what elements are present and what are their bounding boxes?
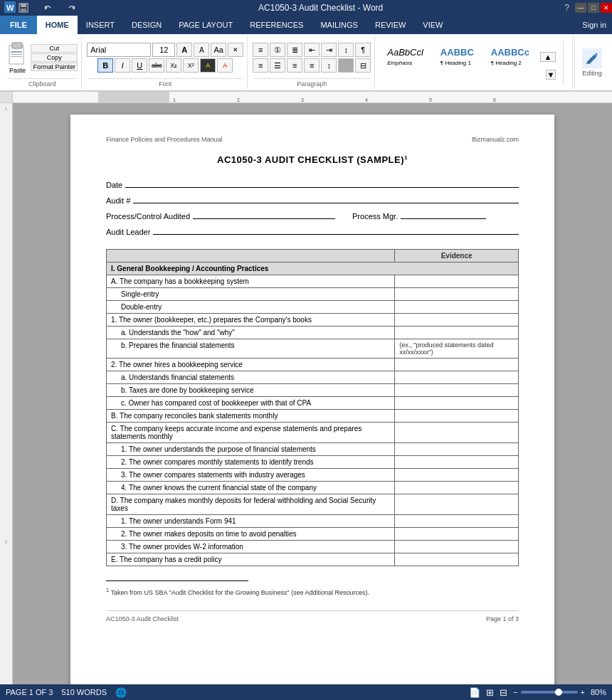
decrease-indent-button[interactable]: ⇤	[304, 43, 320, 57]
table-row: 4. The owner knows the current financial…	[107, 482, 519, 494]
format-painter-button[interactable]: Format Painter	[31, 63, 78, 71]
redo-icon[interactable]	[67, 3, 77, 13]
table-row: 2. The owner compares monthly statements…	[107, 456, 519, 469]
show-hide-button[interactable]: ¶	[355, 43, 371, 57]
clear-format-button[interactable]: ✕	[228, 43, 243, 57]
align-center-button[interactable]: ☰	[270, 58, 285, 73]
emphasis-preview: AaBbCcl	[387, 47, 423, 58]
underline-button[interactable]: U	[132, 58, 147, 73]
doc-header: Finance Policies and Procedures Manual B…	[106, 136, 519, 143]
styles-row: AaBbCcl Emphasis AABBC ¶ Heading 1 AABBC…	[381, 45, 556, 68]
table-row: A. The company has a bookkeeping system	[107, 275, 519, 288]
table-header-row: Evidence	[107, 250, 519, 262]
font-color-button[interactable]: A	[217, 58, 233, 73]
tab-file[interactable]: FILE	[0, 16, 37, 34]
doc-container[interactable]: Finance Policies and Procedures Manual B…	[13, 103, 612, 700]
bold-button[interactable]: B	[97, 58, 113, 73]
footnote-text: Taken from US SBA "Audit Checklist for t…	[111, 589, 370, 596]
copy-button[interactable]: Copy	[31, 53, 78, 62]
style-emphasis[interactable]: AaBbCcl Emphasis	[381, 45, 430, 68]
table-row: 1. The owner (bookkeeper, etc.) prepares…	[107, 314, 519, 327]
font-row2: B I U abc X₂ X² A A	[97, 58, 233, 73]
main-area: 1 2 Finance Policies and Procedures Manu…	[0, 103, 612, 700]
h2-label: ¶ Heading 2	[491, 60, 522, 66]
paragraph-group: ≡ ① ≣ ⇤ ⇥ ↕ ¶ ≡ ☰ ≡ ≡ ↕ ⊟ Pa	[249, 36, 375, 89]
maximize-btn[interactable]: □	[588, 3, 599, 13]
tab-insert[interactable]: INSERT	[78, 16, 123, 34]
text-highlight-button[interactable]: A	[200, 58, 216, 73]
zoom-minus[interactable]: −	[513, 688, 517, 696]
tab-references[interactable]: REFERENCES	[241, 16, 312, 34]
styles-items: AaBbCcl Emphasis AABBC ¶ Heading 1 AABBC…	[381, 45, 556, 80]
status-bar: PAGE 1 OF 3 510 WORDS 🌐 📄 ⊞ ⊟ − + 80%	[0, 684, 612, 700]
editing-label: Editing	[582, 70, 602, 77]
save-icon[interactable]	[19, 3, 28, 13]
font-shrink-button[interactable]: A	[194, 43, 209, 57]
field-leader: Audit Leader	[106, 225, 519, 236]
align-left-button[interactable]: ≡	[253, 58, 268, 73]
app-icon: W	[0, 1, 16, 15]
italic-button[interactable]: I	[115, 58, 130, 73]
title-bar: W AC1050-3 Audit Checklist - Word ? — □ …	[0, 0, 612, 16]
line-spacing-button[interactable]: ↕	[321, 58, 337, 73]
font-group: A A Aa ✕ B I U abc X₂ X² A A Font	[83, 36, 248, 89]
align-right-button[interactable]: ≡	[287, 58, 302, 73]
zoom-slider[interactable]: − +	[513, 688, 585, 696]
layout-icon-3[interactable]: ⊟	[500, 687, 507, 698]
border-button[interactable]: ⊟	[355, 58, 371, 73]
signin-button[interactable]: Sign in	[576, 16, 612, 34]
font-controls: A A Aa ✕ B I U abc X₂ X² A A	[87, 37, 243, 78]
superscript-button[interactable]: X²	[183, 58, 199, 73]
left-sidebar: 1 2	[0, 103, 13, 700]
table-row: 1. The owner understands Form 941	[107, 515, 519, 528]
tab-view[interactable]: VIEW	[414, 16, 451, 34]
cut-button[interactable]: Cut	[31, 44, 78, 53]
table-row: Single-entry	[107, 288, 519, 301]
bullets-button[interactable]: ≡	[253, 43, 268, 57]
editing-badge: Editing	[574, 36, 609, 89]
paragraph-row2: ≡ ☰ ≡ ≡ ↕ ⊟	[253, 58, 371, 73]
sort-button[interactable]: ↕	[338, 43, 354, 57]
styles-scroll-up[interactable]: ▲	[540, 52, 556, 62]
shading-button[interactable]	[338, 58, 354, 73]
field-audit: Audit #	[106, 193, 519, 205]
style-heading2[interactable]: AABBCc ¶ Heading 2	[485, 45, 536, 68]
styles-scroll-down[interactable]: ▼	[546, 70, 556, 80]
help-icon[interactable]: ?	[564, 3, 569, 13]
page-1-marker: 1	[5, 106, 8, 111]
tab-page-layout[interactable]: PAGE LAYOUT	[170, 16, 241, 34]
font-name-input[interactable]	[87, 43, 151, 57]
ruler-inner: 1 2 3 4 5 6	[98, 92, 612, 102]
increase-indent-button[interactable]: ⇥	[321, 43, 337, 57]
tab-design[interactable]: DESIGN	[123, 16, 170, 34]
h1-label: ¶ Heading 1	[440, 60, 471, 66]
tab-mailings[interactable]: MAILINGS	[312, 16, 366, 34]
strikethrough-button[interactable]: abc	[149, 58, 164, 73]
style-heading1[interactable]: AABBC ¶ Heading 1	[434, 45, 480, 68]
paste-button[interactable]: Paste	[6, 41, 28, 74]
minimize-btn[interactable]: —	[575, 3, 586, 13]
layout-icon-2[interactable]: ⊞	[486, 687, 494, 698]
multilevel-list-button[interactable]: ≣	[287, 43, 302, 57]
undo-icon[interactable]	[43, 3, 53, 13]
font-size-input[interactable]	[152, 43, 175, 57]
font-grow-button[interactable]: A	[176, 43, 192, 57]
svg-rect-3	[21, 4, 26, 7]
zoom-percent: 80%	[591, 688, 606, 696]
close-btn[interactable]: ✕	[601, 3, 612, 13]
justify-button[interactable]: ≡	[304, 58, 320, 73]
tab-home[interactable]: HOME	[37, 16, 78, 34]
clipboard-label: Clipboard	[7, 78, 77, 88]
h1-preview: AABBC	[440, 47, 474, 58]
h2-preview: AABBCc	[491, 47, 529, 58]
table-row: b. Taxes are done by bookkeeping service	[107, 384, 519, 397]
zoom-plus[interactable]: +	[581, 688, 585, 696]
paste-icon	[6, 41, 28, 67]
numbering-button[interactable]: ①	[270, 43, 285, 57]
layout-icon-1[interactable]: 📄	[469, 687, 480, 698]
font-case-button[interactable]: Aa	[211, 43, 226, 57]
language-icon[interactable]: 🌐	[115, 687, 127, 698]
tab-review[interactable]: REVIEW	[366, 16, 414, 34]
table-body: I. General Bookkeeping / Accounting Prac…	[107, 262, 519, 566]
subscript-button[interactable]: X₂	[166, 58, 181, 73]
